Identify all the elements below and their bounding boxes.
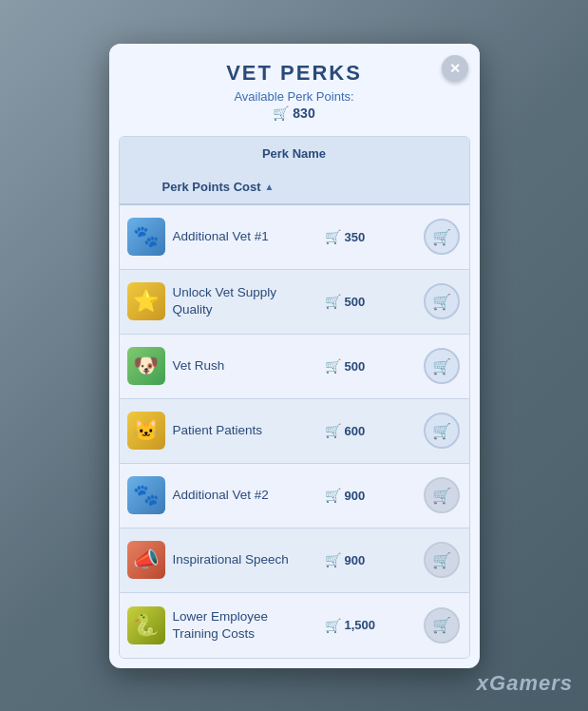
cost-value-lower-employee-training-costs: 1,500 <box>345 618 376 632</box>
cost-amount-inspirational-speech: 🛒 900 <box>325 552 382 567</box>
modal-title: Vet Perks <box>128 61 461 86</box>
perk-name-additional-vet-1: Additional Vet #1 <box>173 221 317 253</box>
cost-value-patient-patients: 600 <box>345 424 366 438</box>
buy-basket-icon-lower-employee-training-costs: 🛒 <box>432 616 451 634</box>
cost-amount-lower-employee-training-costs: 🛒 1,500 <box>325 618 382 633</box>
cost-amount-additional-vet-2: 🛒 900 <box>325 488 382 503</box>
perk-icon-cell-additional-vet-1: 🐾 <box>120 210 173 263</box>
cost-basket-icon-lower-employee-training-costs: 🛒 <box>325 618 341 633</box>
perk-icon-additional-vet-2: 🐾 <box>127 476 165 514</box>
perk-row-additional-vet-1: 🐾 Additional Vet #1 🛒 350 🛒 <box>120 205 469 270</box>
cost-amount-unlock-vet-supply-quality: 🛒 500 <box>325 294 382 309</box>
buy-button-inspirational-speech: 🛒 <box>424 542 460 578</box>
table-header: Perk Name Perk Points Cost ▲ <box>120 137 469 205</box>
buy-basket-icon-vet-rush: 🛒 <box>432 357 451 375</box>
cost-value-additional-vet-1: 350 <box>345 230 366 244</box>
perk-icon-unlock-vet-supply-quality: ⭐ <box>127 282 165 320</box>
perk-row-vet-rush: 🐶 Vet Rush 🛒 500 🛒 <box>120 335 469 399</box>
perk-cost-cell-inspirational-speech: 🛒 900 🛒 <box>317 534 469 586</box>
perk-cost-cell-additional-vet-2: 🛒 900 🛒 <box>317 470 469 521</box>
cost-amount-patient-patients: 🛒 600 <box>325 423 382 438</box>
buy-button-lower-employee-training-costs: 🛒 <box>424 607 460 644</box>
perk-row-inspirational-speech: 📣 Inspirational Speech 🛒 900 🛒 <box>120 528 469 593</box>
buy-button-additional-vet-2: 🛒 <box>424 477 460 513</box>
perk-name-vet-rush: Vet Rush <box>173 350 317 382</box>
cost-basket-icon-patient-patients: 🛒 <box>325 423 341 438</box>
perk-icon-cell-additional-vet-2: 🐾 <box>120 469 173 522</box>
vet-perks-modal: Vet Perks Available Perk Points: 🛒 830 ✕… <box>109 44 480 668</box>
cost-value-additional-vet-2: 900 <box>345 489 366 503</box>
perk-icon-cell-inspirational-speech: 📣 <box>120 533 173 586</box>
perk-rows-container: 🐾 Additional Vet #1 🛒 350 🛒 ⭐ Unlock Vet… <box>120 205 469 658</box>
perk-cost-cell-vet-rush: 🛒 500 🛒 <box>317 340 469 392</box>
perk-cost-cell-lower-employee-training-costs: 🛒 1,500 🛒 <box>317 600 469 651</box>
cost-basket-icon-additional-vet-1: 🛒 <box>325 229 341 244</box>
points-number: 830 <box>293 106 314 121</box>
buy-button-patient-patients[interactable]: 🛒 <box>424 413 460 449</box>
cost-basket-icon-inspirational-speech: 🛒 <box>325 552 341 567</box>
points-basket-icon: 🛒 <box>273 106 289 121</box>
perk-row-additional-vet-2: 🐾 Additional Vet #2 🛒 900 🛒 <box>120 464 469 528</box>
perk-icon-cell-lower-employee-training-costs: 🐍 <box>120 599 173 652</box>
modal-header: Vet Perks Available Perk Points: 🛒 830 ✕ <box>109 44 480 128</box>
perk-icon-cell-patient-patients: 🐱 <box>120 404 173 457</box>
perk-name-additional-vet-2: Additional Vet #2 <box>173 479 317 511</box>
perk-icon-cell-unlock-vet-supply-quality: ⭐ <box>120 275 173 328</box>
buy-basket-icon-additional-vet-2: 🛒 <box>432 487 451 505</box>
perk-name-inspirational-speech: Inspirational Speech <box>173 544 317 576</box>
cost-basket-icon-unlock-vet-supply-quality: 🛒 <box>325 294 341 309</box>
perk-cost-cell-unlock-vet-supply-quality: 🛒 500 🛒 <box>317 276 469 327</box>
buy-basket-icon-additional-vet-1: 🛒 <box>432 228 451 246</box>
cost-value-unlock-vet-supply-quality: 500 <box>345 295 366 309</box>
perk-icon-cell-vet-rush: 🐶 <box>120 339 173 393</box>
perk-name-unlock-vet-supply-quality: Unlock Vet Supply Quality <box>173 277 317 325</box>
buy-basket-icon-unlock-vet-supply-quality: 🛒 <box>432 293 451 311</box>
cost-value-vet-rush: 500 <box>345 359 366 374</box>
perk-row-lower-employee-training-costs: 🐍 Lower Employee Training Costs 🛒 1,500 … <box>120 593 469 658</box>
col-perk-cost: Perk Points Cost ▲ <box>120 170 317 203</box>
close-button[interactable]: ✕ <box>442 55 468 82</box>
perk-name-lower-employee-training-costs: Lower Employee Training Costs <box>173 601 317 649</box>
cost-basket-icon-vet-rush: 🛒 <box>325 358 341 374</box>
buy-button-vet-rush[interactable]: 🛒 <box>424 348 460 384</box>
perk-row-patient-patients: 🐱 Patient Patients 🛒 600 🛒 <box>120 399 469 464</box>
buy-button-unlock-vet-supply-quality[interactable]: 🛒 <box>424 283 460 319</box>
buy-basket-icon-patient-patients: 🛒 <box>432 422 451 440</box>
perk-cost-cell-additional-vet-1: 🛒 350 🛒 <box>317 211 469 262</box>
cost-basket-icon-additional-vet-2: 🛒 <box>325 488 341 503</box>
available-points-label: Available Perk Points: <box>128 89 461 104</box>
perk-name-patient-patients: Patient Patients <box>173 414 317 447</box>
perk-icon-inspirational-speech: 📣 <box>127 541 165 579</box>
watermark: xGamers <box>477 671 573 696</box>
buy-basket-icon-inspirational-speech: 🛒 <box>432 551 451 569</box>
perk-icon-additional-vet-1: 🐾 <box>127 218 165 256</box>
cost-amount-vet-rush: 🛒 500 <box>325 358 382 374</box>
cost-amount-additional-vet-1: 🛒 350 <box>325 229 382 244</box>
points-value-row: 🛒 830 <box>128 106 461 121</box>
perk-icon-lower-employee-training-costs: 🐍 <box>127 606 165 644</box>
cost-value-inspirational-speech: 900 <box>345 553 366 567</box>
sort-arrow[interactable]: ▲ <box>265 182 275 192</box>
perk-icon-vet-rush: 🐶 <box>127 347 165 385</box>
perk-icon-patient-patients: 🐱 <box>127 412 165 450</box>
perk-cost-cell-patient-patients: 🛒 600 🛒 <box>317 405 469 456</box>
buy-button-additional-vet-1[interactable]: 🛒 <box>424 219 460 255</box>
col-perk-name: Perk Name <box>120 137 469 170</box>
perks-table-container: Perk Name Perk Points Cost ▲ 🐾 Additiona… <box>119 136 470 659</box>
perk-row-unlock-vet-supply-quality: ⭐ Unlock Vet Supply Quality 🛒 500 🛒 <box>120 270 469 335</box>
